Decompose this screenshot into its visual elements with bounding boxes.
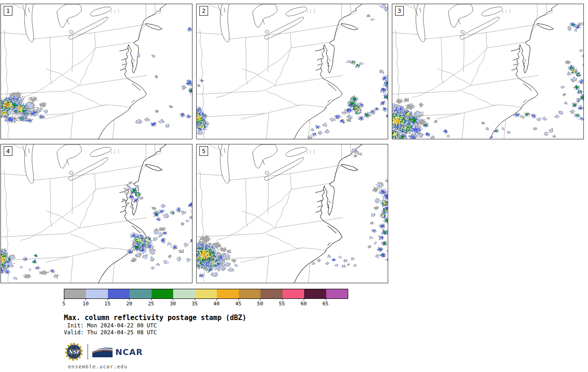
- colorbar-tick-label: 55: [275, 301, 289, 307]
- colorbar-segment: [195, 289, 217, 298]
- colorbar-tick-mark: [195, 298, 195, 300]
- colorbar-segment: [152, 289, 173, 298]
- reflectivity-colorbar: [64, 289, 348, 299]
- colorbar-tick-mark: [326, 298, 326, 300]
- colorbar-tick-label: 45: [232, 301, 245, 307]
- colorbar-tick-mark: [107, 298, 108, 300]
- agency-logos: NSF NCAR: [65, 343, 143, 361]
- radar-reflectivity-layer: [392, 4, 583, 139]
- member-number: 4: [4, 146, 12, 156]
- colorbar-tick-label: 20: [122, 301, 136, 307]
- colorbar-tick-mark: [282, 298, 283, 300]
- member-number: 1: [4, 6, 12, 16]
- colorbar-segment: [260, 289, 282, 298]
- colorbar-tick-label: 50: [253, 301, 267, 307]
- product-title: Max. column reflectivity postage stamp (…: [64, 314, 246, 322]
- colorbar-segment: [217, 289, 238, 298]
- colorbar-tick-mark: [151, 298, 152, 300]
- colorbar-segment: [108, 289, 130, 298]
- colorbar-segment: [130, 289, 151, 298]
- ensemble-member-panel-3: 3: [392, 4, 584, 139]
- ncar-logo-text: NCAR: [115, 347, 143, 357]
- member-number: 2: [199, 6, 208, 16]
- nsf-logo-text: NSF: [68, 349, 81, 355]
- colorbar-segment: [283, 289, 304, 298]
- colorbar-tick-mark: [64, 298, 64, 300]
- colorbar-tick-mark: [304, 298, 304, 300]
- radar-reflectivity-layer: [197, 4, 388, 139]
- init-time: Init: Mon 2024-04-22 00 UTC: [64, 322, 246, 329]
- radar-reflectivity-layer: [1, 4, 192, 139]
- radar-reflectivity-layer: [1, 144, 192, 283]
- member-number: 5: [199, 146, 208, 156]
- colorbar-tick-label: 15: [101, 301, 114, 307]
- logo-divider: [87, 344, 88, 360]
- ensemble-postage-stamp-page: 1 2 3 4 5 5101520253035404550556065 Max.…: [0, 0, 588, 372]
- ensemble-member-panel-1: 1: [0, 4, 192, 139]
- radar-reflectivity-layer: [197, 144, 388, 283]
- ncar-flag-icon: [92, 346, 113, 358]
- colorbar-segment: [239, 289, 260, 298]
- colorbar-tick-label: 10: [79, 301, 92, 307]
- colorbar-tick-mark: [260, 298, 260, 300]
- ensemble-member-panel-2: 2: [196, 4, 388, 139]
- colorbar-tick-label: 25: [144, 301, 158, 307]
- colorbar-tick-mark: [238, 298, 239, 300]
- colorbar-tick-label: 60: [297, 301, 311, 307]
- colorbar-segment: [64, 289, 86, 298]
- colorbar-tick-label: 65: [319, 301, 333, 307]
- colorbar-tick-mark: [216, 298, 217, 300]
- site-url: ensemble.ucar.edu: [68, 364, 128, 370]
- colorbar-tick-label: 40: [209, 301, 223, 307]
- colorbar-tick-mark: [129, 298, 130, 300]
- colorbar-tick-label: 30: [166, 301, 180, 307]
- valid-time: Valid: Thu 2024-04-25 08 UTC: [64, 329, 246, 336]
- colorbar-ticks: 5101520253035404550556065: [64, 298, 348, 308]
- colorbar-tick-mark: [85, 298, 86, 300]
- colorbar-segment: [304, 289, 326, 298]
- colorbar-tick-mark: [173, 298, 173, 300]
- ensemble-member-panel-5: 5: [196, 144, 388, 283]
- member-number: 3: [395, 6, 404, 16]
- nsf-logo: NSF: [65, 343, 83, 361]
- colorbar-tick-label: 5: [57, 301, 71, 307]
- colorbar-segment: [326, 289, 348, 298]
- title-block: Max. column reflectivity postage stamp (…: [64, 314, 246, 336]
- colorbar-segment: [173, 289, 195, 298]
- colorbar-tick-label: 35: [188, 301, 202, 307]
- colorbar-segment: [86, 289, 107, 298]
- ensemble-member-panel-4: 4: [0, 144, 192, 283]
